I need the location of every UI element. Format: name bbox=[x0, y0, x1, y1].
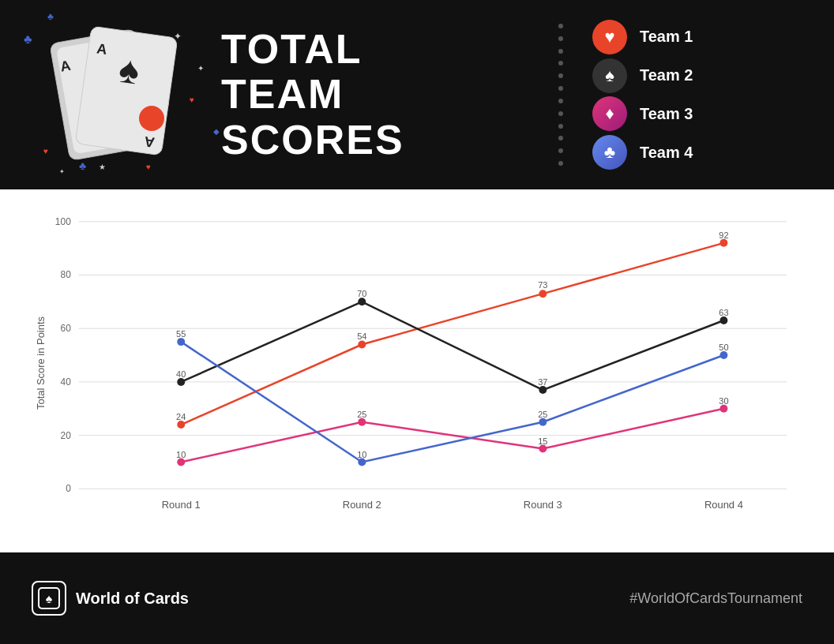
footer-left: ♠ World of Cards bbox=[32, 581, 189, 616]
footer-hashtag: #WorldOfCardsTournament bbox=[629, 590, 802, 607]
svg-point-50 bbox=[539, 386, 547, 394]
svg-text:100: 100 bbox=[55, 216, 71, 227]
svg-text:Round 1: Round 1 bbox=[162, 499, 201, 511]
svg-text:Round 4: Round 4 bbox=[704, 499, 743, 511]
title-text: TOTAL TEAM SCORES bbox=[221, 27, 537, 163]
footer: ♠ World of Cards #WorldOfCardsTournament bbox=[0, 552, 834, 644]
divider-dots bbox=[553, 16, 569, 174]
svg-point-22 bbox=[139, 106, 164, 131]
legend-item-team4: ♣ Team 4 bbox=[592, 135, 834, 170]
svg-text:25: 25 bbox=[538, 410, 547, 419]
svg-point-59 bbox=[719, 405, 727, 413]
svg-text:10: 10 bbox=[357, 450, 366, 459]
team2-icon: ♠ bbox=[592, 58, 627, 93]
svg-text:60: 60 bbox=[61, 323, 72, 334]
chart-svg: Total Score in Points 100 80 60 40 20 0 … bbox=[32, 205, 802, 521]
team4-label: Team 4 bbox=[640, 144, 693, 162]
svg-text:54: 54 bbox=[357, 331, 366, 341]
svg-rect-18 bbox=[75, 26, 178, 155]
header-left: ♠ A A ♠ A A TOTAL TEAM SCORES bbox=[0, 16, 537, 174]
svg-point-67 bbox=[719, 351, 727, 359]
svg-point-57 bbox=[358, 418, 366, 426]
svg-point-49 bbox=[358, 298, 366, 305]
title-line2: TEAM SCORES bbox=[221, 72, 537, 162]
svg-text:Round 2: Round 2 bbox=[343, 499, 381, 511]
team3-icon: ♦ bbox=[592, 96, 627, 131]
svg-text:50: 50 bbox=[719, 343, 728, 352]
svg-text:15: 15 bbox=[538, 436, 547, 446]
team3-label: Team 3 bbox=[640, 105, 693, 123]
footer-brand-icon: ♠ bbox=[32, 581, 66, 616]
svg-point-42 bbox=[539, 290, 547, 298]
cards-illustration: ♠ A A ♠ A A bbox=[32, 16, 205, 174]
svg-text:♠: ♠ bbox=[46, 592, 53, 605]
svg-point-64 bbox=[177, 338, 185, 346]
svg-text:Total Score in Points: Total Score in Points bbox=[35, 316, 47, 410]
svg-point-66 bbox=[539, 418, 547, 426]
svg-text:40: 40 bbox=[61, 376, 72, 388]
svg-text:30: 30 bbox=[719, 396, 728, 406]
svg-text:A: A bbox=[143, 133, 156, 151]
svg-point-40 bbox=[177, 421, 185, 429]
legend-item-team1: ♥ Team 1 bbox=[592, 20, 834, 54]
svg-text:20: 20 bbox=[61, 430, 72, 441]
svg-text:92: 92 bbox=[719, 230, 728, 240]
team1-label: Team 1 bbox=[640, 28, 693, 46]
svg-text:25: 25 bbox=[357, 410, 366, 419]
svg-point-43 bbox=[719, 239, 727, 247]
svg-text:73: 73 bbox=[538, 280, 547, 290]
legend-item-team3: ♦ Team 3 bbox=[592, 96, 834, 131]
svg-point-58 bbox=[539, 445, 547, 453]
svg-point-65 bbox=[358, 459, 366, 466]
svg-point-41 bbox=[358, 341, 366, 349]
svg-text:24: 24 bbox=[176, 412, 186, 421]
team2-label: Team 2 bbox=[640, 66, 693, 84]
legend: ♥ Team 1 ♠ Team 2 ♦ Team 3 ♣ Team 4 bbox=[569, 16, 834, 174]
svg-text:40: 40 bbox=[176, 369, 186, 379]
svg-point-48 bbox=[177, 378, 185, 386]
svg-point-56 bbox=[177, 459, 185, 466]
svg-text:10: 10 bbox=[176, 450, 186, 459]
brand-name: World of Cards bbox=[76, 590, 189, 608]
chart-container: Total Score in Points 100 80 60 40 20 0 … bbox=[0, 189, 834, 552]
title-line1: TOTAL bbox=[221, 27, 537, 72]
team4-icon: ♣ bbox=[592, 135, 627, 170]
svg-text:63: 63 bbox=[719, 308, 728, 317]
svg-text:0: 0 bbox=[66, 483, 71, 494]
svg-text:55: 55 bbox=[176, 329, 186, 339]
legend-item-team2: ♠ Team 2 bbox=[592, 58, 834, 93]
svg-text:Round 3: Round 3 bbox=[524, 499, 562, 511]
svg-text:80: 80 bbox=[61, 269, 72, 280]
team1-icon: ♥ bbox=[592, 20, 627, 54]
svg-text:A: A bbox=[96, 40, 108, 58]
svg-text:70: 70 bbox=[357, 289, 366, 298]
svg-text:37: 37 bbox=[538, 377, 547, 387]
header: ♣ ♣ ♣ ♥ ♥ ♥ ◆ ◆ ★ ✦ ✦ ✦ bbox=[0, 0, 834, 189]
svg-point-51 bbox=[719, 316, 727, 324]
